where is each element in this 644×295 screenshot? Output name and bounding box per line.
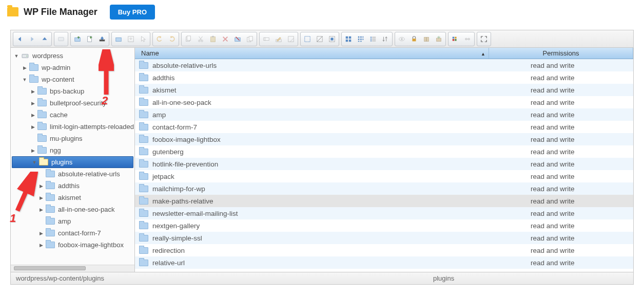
upload-icon[interactable] (96, 33, 108, 45)
column-name[interactable]: Name ▲ (135, 49, 489, 57)
back-icon[interactable] (14, 33, 26, 45)
file-row[interactable]: nextgen-galleryread and write (135, 219, 633, 232)
file-name: amp (152, 111, 166, 119)
empty-icon[interactable] (232, 33, 243, 45)
column-name-label: Name (141, 49, 159, 57)
file-row[interactable]: addthisread and write (135, 71, 633, 84)
expand-icon[interactable]: ▶ (30, 89, 35, 94)
column-separator[interactable] (633, 48, 633, 59)
tree-node[interactable]: ▶wp-admin (11, 62, 134, 73)
file-row[interactable]: absolute-relative-urlsread and write (135, 59, 633, 71)
tree-node[interactable]: ▶bulletproof-security (11, 97, 134, 109)
file-row[interactable]: contact-form-7read and write (135, 121, 633, 133)
file-permissions: read and write (490, 86, 633, 94)
expand-icon[interactable]: ▶ (22, 65, 27, 70)
tree-node[interactable]: ▼plugins (12, 156, 133, 168)
expand-icon[interactable]: ▶ (38, 195, 44, 200)
tree-node[interactable]: ▶mu-plugins (11, 133, 134, 144)
select-invert-icon[interactable] (326, 33, 338, 45)
file-row[interactable]: akismetread and write (135, 84, 633, 96)
file-row[interactable]: redirectionread and write (135, 244, 633, 256)
scrollbar-thumb[interactable] (14, 266, 86, 270)
expand-icon[interactable]: ▶ (38, 207, 44, 212)
file-name: nextgen-gallery (152, 222, 200, 230)
new-file-icon[interactable] (84, 33, 95, 45)
getfile-icon (138, 33, 149, 45)
file-row[interactable]: make-paths-relativeread and write (135, 195, 633, 207)
folder-icon (37, 135, 47, 142)
lock-icon[interactable] (408, 33, 420, 45)
collapse-icon[interactable]: ▼ (32, 160, 37, 165)
tree-node[interactable]: ▶ngg (11, 144, 134, 156)
folder-icon (139, 87, 148, 94)
file-rows[interactable]: absolute-relative-urlsread and writeaddt… (135, 59, 633, 272)
column-permissions[interactable]: Permissions (489, 49, 633, 57)
file-row[interactable]: ampread and write (135, 108, 633, 121)
folder-icon (139, 173, 148, 180)
tree-node[interactable]: ▶foobox-image-lightbox (11, 239, 134, 251)
folder-icon (139, 112, 148, 118)
file-row[interactable]: mailchimp-for-wpread and write (135, 182, 633, 195)
tree-horizontal-scrollbar[interactable] (11, 265, 134, 272)
sort-icon[interactable] (380, 33, 391, 45)
view-list-icon[interactable] (367, 33, 379, 45)
file-permissions: read and write (490, 111, 633, 119)
tree-node[interactable]: ▼wordpress (11, 50, 134, 62)
file-row[interactable]: gutenbergread and write (135, 145, 633, 158)
file-row[interactable]: all-in-one-seo-packread and write (135, 96, 633, 108)
expand-icon[interactable]: ▶ (30, 124, 35, 130)
file-list-pane: Name ▲ Permissions absolute-relative-url… (135, 48, 633, 272)
tree-node[interactable]: ▶contact-form-7 (11, 227, 134, 239)
expand-icon[interactable]: ▶ (38, 243, 44, 248)
up-icon[interactable] (39, 33, 50, 45)
collapse-icon[interactable]: ▼ (22, 77, 27, 82)
tree-node[interactable]: ▶addthis (11, 180, 134, 192)
folder-tree-pane: ▼wordpress▶wp-admin▼wp-content▶bps-backu… (11, 48, 135, 272)
folder-tree[interactable]: ▼wordpress▶wp-admin▼wp-content▶bps-backu… (11, 48, 134, 265)
file-name: relative-url (152, 259, 185, 267)
file-row[interactable]: foobox-image-lightboxread and write (135, 133, 633, 145)
folder-icon (46, 194, 55, 201)
file-row[interactable]: really-simple-sslread and write (135, 232, 633, 244)
expand-icon[interactable]: ▶ (30, 113, 35, 118)
buy-pro-button[interactable]: Buy PRO (110, 5, 155, 20)
file-row[interactable]: hotlink-file-preventionread and write (135, 158, 633, 170)
tree-node[interactable]: ▶all-in-one-seo-pack (11, 204, 134, 215)
tree-node[interactable]: ▶absolute-relative-urls (11, 168, 134, 180)
fullscreen-icon[interactable] (478, 33, 490, 45)
collapse-icon[interactable]: ▼ (14, 53, 19, 59)
select-none-icon[interactable] (314, 33, 325, 45)
file-name: contact-form-7 (152, 123, 197, 131)
folder-icon (46, 242, 55, 248)
file-name: jetpack (152, 173, 174, 180)
duplicate-icon (244, 33, 256, 45)
tree-node[interactable]: ▶bps-backup (11, 85, 134, 97)
folder-icon (139, 136, 148, 143)
folder-icon (139, 235, 148, 242)
file-row[interactable]: newsletter-email-mailing-listread and wr… (135, 207, 633, 219)
folder-icon (139, 149, 148, 155)
open-icon[interactable] (113, 33, 124, 45)
tree-node-label: wp-content (42, 76, 74, 83)
tree-node-label: wp-admin (42, 64, 70, 71)
select-all-icon[interactable] (302, 33, 313, 45)
tree-node[interactable]: ▶akismet (11, 192, 134, 204)
file-row[interactable]: relative-urlread and write (135, 256, 633, 269)
column-headers[interactable]: Name ▲ Permissions (135, 48, 633, 59)
tree-node[interactable]: ▶limit-login-attempts-reloaded (11, 121, 134, 133)
expand-icon[interactable]: ▶ (30, 101, 35, 106)
view-icons-icon[interactable] (343, 33, 354, 45)
view-small-icon[interactable] (355, 33, 366, 45)
info-icon[interactable] (450, 33, 461, 45)
new-folder-icon[interactable] (72, 33, 83, 45)
tree-node[interactable]: ▶cache (11, 109, 134, 121)
tree-node[interactable]: ▶amp (11, 215, 134, 227)
tree-node[interactable]: ▼wp-content (11, 73, 134, 85)
file-name: foobox-image-lightbox (152, 136, 221, 143)
file-name: mailchimp-for-wp (152, 185, 205, 193)
expand-icon[interactable]: ▶ (30, 148, 35, 153)
expand-icon[interactable]: ▶ (38, 231, 44, 236)
folder-icon (139, 99, 148, 106)
expand-icon[interactable]: ▶ (38, 183, 44, 189)
file-row[interactable]: jetpackread and write (135, 170, 633, 182)
